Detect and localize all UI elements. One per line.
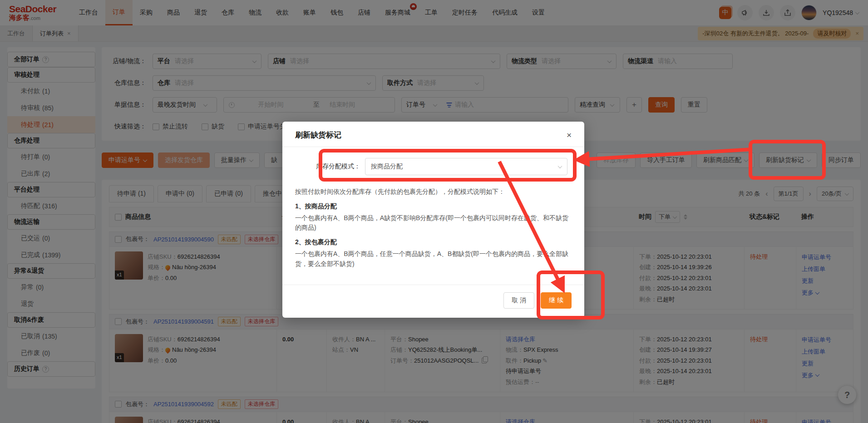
cancel-button[interactable]: 取 消 — [503, 292, 534, 309]
continue-button[interactable]: 继 续 — [541, 292, 572, 309]
allocation-mode-select[interactable]: 按商品分配 — [365, 158, 567, 175]
mode2-text: 一个包裹内有A、B两个商品，任意一个商品缺货，A、B都缺货(即一个包裹内的商品，… — [295, 249, 572, 269]
allocation-description: 按照付款时间依次分配库存（先付款的包裹先分配），分配模式说明如下： — [295, 187, 572, 197]
chevron-down-icon — [558, 164, 562, 168]
mode2-title: 2、按包裹分配 — [295, 238, 572, 246]
app: SeaDocker 海多客.com 工作台订单采购商品退货仓库物流收款账单钱包店… — [0, 0, 868, 423]
mode1-title: 1、按商品分配 — [295, 202, 572, 211]
modal-close-icon[interactable]: × — [567, 131, 572, 139]
modal-title: 刷新缺货标记 — [295, 130, 341, 140]
allocation-mode-label: 库存分配模式： — [316, 162, 360, 171]
mode1-text: 一个包裹内有A、B两个商品，A缺货不影响B分配库存(即一个包裹内可以同时存在缺货… — [295, 213, 572, 233]
refresh-stockout-modal: 刷新缺货标记 × 库存分配模式： 按商品分配 按照付款时间依次分配库存（先付款的… — [282, 122, 584, 318]
